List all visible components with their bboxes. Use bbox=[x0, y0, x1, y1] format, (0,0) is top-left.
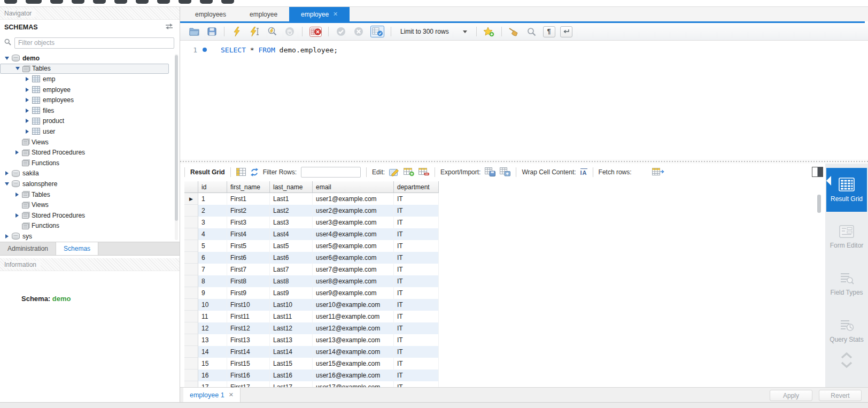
cell-email[interactable]: user9@example.com bbox=[313, 287, 394, 299]
cell-id[interactable]: 15 bbox=[198, 358, 227, 369]
row-selector[interactable] bbox=[184, 346, 198, 358]
row-selector-header[interactable] bbox=[184, 181, 198, 193]
tree-item-functions[interactable]: Functions bbox=[0, 221, 176, 232]
limit-rows-dropdown[interactable]: Limit to 300 rows bbox=[397, 28, 470, 35]
row-selector[interactable] bbox=[184, 228, 198, 240]
sql-editor[interactable]: 1 SELECT * FROM demo.employee; bbox=[180, 41, 868, 159]
expander-icon[interactable] bbox=[14, 67, 21, 70]
row-selector[interactable] bbox=[184, 311, 198, 322]
cell-first_name[interactable]: First8 bbox=[227, 275, 270, 287]
tree-item-sys[interactable]: sys bbox=[0, 231, 176, 242]
commit-icon[interactable] bbox=[335, 25, 347, 38]
grid-row[interactable]: 4First4Last4user4@example.comIT bbox=[184, 228, 440, 240]
result-set-tab[interactable]: employee 1 ✕ bbox=[183, 388, 241, 402]
expander-icon[interactable] bbox=[24, 109, 31, 113]
cell-department[interactable]: IT bbox=[394, 311, 439, 322]
tree-scrollbar[interactable] bbox=[175, 54, 178, 240]
row-selector[interactable] bbox=[184, 264, 198, 275]
cell-department[interactable]: IT bbox=[394, 358, 439, 369]
delete-row-icon[interactable] bbox=[418, 167, 429, 176]
tree-item-user[interactable]: user bbox=[0, 126, 176, 137]
cell-first_name[interactable]: First9 bbox=[227, 287, 270, 299]
tree-item-demo[interactable]: demo bbox=[0, 53, 176, 64]
cell-last_name[interactable]: Last16 bbox=[270, 369, 313, 381]
expander-icon[interactable] bbox=[13, 193, 21, 197]
grid-row[interactable]: 5First5Last5user5@example.comIT bbox=[184, 240, 440, 252]
column-header-department[interactable]: department bbox=[394, 181, 439, 193]
cell-first_name[interactable]: First14 bbox=[227, 346, 270, 358]
grid-columns-icon[interactable] bbox=[236, 168, 246, 176]
cell-email[interactable]: user7@example.com bbox=[313, 264, 394, 275]
cell-email[interactable]: user14@example.com bbox=[313, 346, 394, 358]
cell-department[interactable]: IT bbox=[394, 205, 439, 217]
tree-item-emp[interactable]: emp bbox=[0, 74, 176, 84]
tab-schemas[interactable]: Schemas bbox=[56, 242, 98, 255]
expander-icon[interactable] bbox=[3, 182, 11, 186]
cell-last_name[interactable]: Last17 bbox=[270, 381, 313, 387]
cell-email[interactable]: user10@example.com bbox=[313, 299, 394, 311]
tree-item-views[interactable]: Views bbox=[0, 137, 176, 148]
wrap-cell-content-icon[interactable]: IA bbox=[580, 168, 587, 176]
rollback-icon[interactable] bbox=[352, 25, 365, 38]
cell-id[interactable]: 1 bbox=[198, 193, 227, 205]
grid-row[interactable]: 17First17Last17user17@example.comIT bbox=[184, 381, 440, 387]
expander-icon[interactable] bbox=[24, 129, 31, 134]
grid-row[interactable]: 9First9Last9user9@example.comIT bbox=[184, 287, 440, 299]
cell-last_name[interactable]: Last15 bbox=[270, 358, 313, 369]
column-header-first_name[interactable]: first_name bbox=[227, 181, 270, 193]
grid-row[interactable]: 13First13Last13user13@example.comIT bbox=[184, 334, 440, 346]
cell-department[interactable]: IT bbox=[394, 217, 439, 228]
grid-scrollbar[interactable] bbox=[817, 185, 821, 361]
tree-item-salonsphere[interactable]: salonsphere bbox=[0, 179, 176, 189]
cell-first_name[interactable]: First4 bbox=[227, 228, 270, 240]
cell-last_name[interactable]: Last13 bbox=[270, 334, 313, 346]
tree-item-tables[interactable]: Tables bbox=[0, 64, 169, 74]
grid-row[interactable]: 12First12Last12user12@example.comIT bbox=[184, 322, 440, 334]
cell-email[interactable]: user16@example.com bbox=[313, 369, 394, 381]
expander-icon[interactable] bbox=[24, 119, 31, 123]
grid-row[interactable]: 8First8Last8user8@example.comIT bbox=[184, 275, 440, 287]
filter-rows-input[interactable] bbox=[301, 167, 361, 178]
cell-department[interactable]: IT bbox=[394, 264, 439, 275]
cell-id[interactable]: 9 bbox=[198, 287, 227, 299]
row-selector[interactable] bbox=[184, 334, 198, 346]
cell-last_name[interactable]: Last4 bbox=[270, 228, 313, 240]
chevron-up-icon[interactable] bbox=[840, 352, 853, 360]
grid-row[interactable]: 6First6Last6user6@example.comIT bbox=[184, 252, 440, 264]
cell-department[interactable]: IT bbox=[394, 299, 439, 311]
show-invisibles-icon[interactable]: ¶ bbox=[543, 26, 555, 37]
cell-department[interactable]: IT bbox=[394, 334, 439, 346]
tree-item-employees[interactable]: employees bbox=[0, 95, 176, 105]
cell-email[interactable]: user1@example.com bbox=[313, 193, 394, 205]
cell-id[interactable]: 14 bbox=[198, 346, 227, 358]
sql-line-1[interactable]: 1 SELECT * FROM demo.employee; bbox=[180, 45, 868, 55]
editor-results-splitter[interactable] bbox=[180, 159, 868, 164]
cell-first_name[interactable]: First6 bbox=[227, 252, 270, 264]
cell-id[interactable]: 4 bbox=[198, 228, 227, 240]
cell-email[interactable]: user12@example.com bbox=[313, 322, 394, 334]
edit-record-icon[interactable] bbox=[389, 167, 399, 176]
cell-first_name[interactable]: First13 bbox=[227, 334, 270, 346]
tab-administration[interactable]: Administration bbox=[0, 242, 56, 255]
filter-objects-input[interactable] bbox=[14, 37, 174, 49]
tree-item-views[interactable]: Views bbox=[0, 199, 176, 210]
expander-icon[interactable] bbox=[13, 213, 21, 218]
editor-tab-employee-active[interactable]: employee ✕ bbox=[289, 7, 350, 21]
cell-first_name[interactable]: First15 bbox=[227, 358, 270, 369]
cell-department[interactable]: IT bbox=[394, 346, 439, 358]
close-result-set-icon[interactable]: ✕ bbox=[229, 391, 234, 398]
expander-icon[interactable] bbox=[3, 171, 11, 175]
grid-row[interactable]: 15First15Last15user15@example.comIT bbox=[184, 358, 440, 369]
panel-btn-query-stats[interactable]: Query Stats bbox=[826, 309, 867, 353]
cell-id[interactable]: 11 bbox=[198, 311, 227, 322]
expander-icon[interactable] bbox=[24, 77, 31, 81]
editor-tab-employees[interactable]: employees bbox=[183, 7, 238, 21]
insert-row-icon[interactable] bbox=[404, 167, 414, 176]
panel-btn-form-editor[interactable]: Form Editor bbox=[826, 215, 867, 259]
cell-last_name[interactable]: Last12 bbox=[270, 322, 313, 334]
tree-item-files[interactable]: files bbox=[0, 105, 176, 116]
cell-last_name[interactable]: Last14 bbox=[270, 346, 313, 358]
cell-first_name[interactable]: First7 bbox=[227, 264, 270, 275]
row-selector[interactable] bbox=[184, 358, 198, 369]
open-script-icon[interactable] bbox=[188, 25, 200, 38]
